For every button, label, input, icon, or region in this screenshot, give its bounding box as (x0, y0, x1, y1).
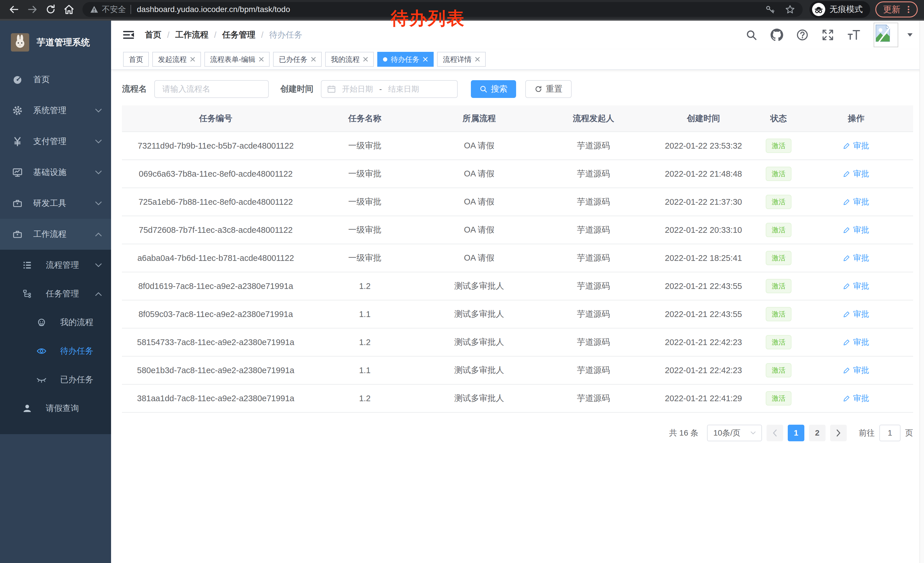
approve-link[interactable]: 审批 (843, 309, 869, 320)
person-icon (22, 404, 33, 413)
breadcrumb: 首页 / 工作流程 / 任务管理 / 待办任务 (145, 29, 302, 41)
approve-link[interactable]: 审批 (843, 365, 869, 376)
active-tab-dot (383, 57, 387, 62)
process-name-label: 流程名 (122, 83, 147, 95)
status-badge: 激活 (766, 251, 792, 265)
approve-link[interactable]: 审批 (843, 197, 869, 207)
breadcrumb-separator: / (261, 30, 263, 40)
hamburger-fold-icon (123, 30, 135, 41)
browser-update-button[interactable]: 更新 (875, 2, 918, 18)
browser-back-button[interactable] (6, 2, 22, 17)
close-icon[interactable] (475, 57, 480, 62)
end-date-placeholder[interactable]: 结束日期 (388, 84, 419, 94)
page-size-select[interactable]: 10条/页 (707, 425, 762, 441)
tab-done-tasks[interactable]: 已办任务 (273, 52, 322, 67)
approve-link[interactable]: 审批 (843, 281, 869, 291)
close-icon[interactable] (311, 57, 316, 62)
app-title: 芋道管理系统 (37, 36, 90, 48)
date-range-input[interactable]: 开始日期 - 结束日期 (321, 80, 458, 98)
approve-link[interactable]: 审批 (843, 393, 869, 404)
home-icon (63, 4, 74, 15)
tags-view: 首页 发起流程 流程表单-编辑 已办任务 我的流程 (111, 49, 924, 70)
help-button[interactable] (796, 29, 808, 41)
goto-label: 前往 (859, 428, 875, 438)
sidebar-collapse-button[interactable] (123, 30, 135, 41)
sidebar-item-my-process[interactable]: 我的流程 (0, 308, 111, 337)
sidebar-submenu-workflow: 流程管理 任务管理 我的流程 (0, 250, 111, 434)
password-key-button[interactable] (765, 5, 775, 14)
reset-button[interactable]: 重置 (525, 80, 572, 98)
approve-link[interactable]: 审批 (843, 252, 869, 263)
tab-start-process[interactable]: 发起流程 (152, 52, 201, 67)
chevron-up-icon (95, 292, 102, 296)
breadcrumb-workflow[interactable]: 工作流程 (175, 29, 208, 41)
header-search-button[interactable] (746, 29, 758, 41)
font-size-icon (847, 29, 861, 41)
incognito-icon (812, 3, 825, 17)
start-date-placeholder[interactable]: 开始日期 (342, 84, 373, 94)
status-badge: 激活 (766, 223, 792, 237)
annotation-overlay-text: 待办列表 (391, 6, 465, 30)
browser-reload-button[interactable] (43, 2, 58, 17)
tab-todo-tasks[interactable]: 待办任务 (377, 52, 434, 67)
goto-page-input[interactable] (879, 425, 900, 441)
github-link[interactable] (771, 29, 783, 41)
sidebar-item-process-management[interactable]: 流程管理 (0, 251, 111, 279)
table-row: 725a1eb6-7b88-11ec-8ef0-acde48001122 一级审… (122, 188, 913, 216)
close-icon[interactable] (423, 57, 428, 62)
breadcrumb-task-management[interactable]: 任务管理 (222, 29, 255, 41)
security-label[interactable]: 不安全 (102, 4, 126, 15)
process-name-input[interactable] (154, 80, 269, 98)
prev-page-button[interactable] (766, 425, 783, 441)
avatar-menu-button[interactable] (908, 33, 912, 37)
tab-home[interactable]: 首页 (123, 52, 149, 67)
url-text[interactable]: dashboard.yudao.iocoder.cn/bpm/task/todo (137, 5, 290, 14)
approve-link[interactable]: 审批 (843, 225, 869, 236)
user-avatar[interactable] (874, 23, 898, 47)
edit-icon (843, 198, 850, 206)
sidebar-item-done-tasks[interactable]: 已办任务 (0, 365, 111, 394)
approve-link[interactable]: 审批 (843, 168, 869, 179)
bookmark-star-button[interactable] (785, 4, 795, 15)
sidebar-item-leave-query[interactable]: 请假查询 (0, 394, 111, 423)
sidebar-item-workflow[interactable]: 工作流程 (0, 219, 111, 250)
sidebar-item-infrastructure[interactable]: 基础设施 (0, 157, 111, 188)
edit-icon (843, 311, 850, 318)
close-icon[interactable] (259, 57, 264, 62)
col-process: 所属流程 (420, 105, 538, 132)
approve-link[interactable]: 审批 (843, 337, 869, 348)
menu-dots-icon[interactable] (904, 5, 914, 14)
edit-icon (843, 254, 850, 262)
sidebar-item-todo-tasks[interactable]: 待办任务 (0, 337, 111, 365)
breadcrumb-home[interactable]: 首页 (145, 29, 162, 41)
sidebar-item-home[interactable]: 首页 (0, 64, 111, 95)
col-actions: 操作 (799, 105, 913, 132)
tab-process-detail[interactable]: 流程详情 (437, 52, 486, 67)
page-scrollbar[interactable] (920, 21, 924, 563)
close-icon[interactable] (363, 57, 368, 62)
browser-forward-button[interactable] (25, 2, 40, 17)
chevron-down-icon (95, 108, 102, 113)
status-badge: 激活 (766, 335, 792, 349)
fullscreen-button[interactable] (822, 29, 834, 41)
search-button[interactable]: 搜索 (471, 80, 516, 98)
status-badge: 激活 (766, 307, 792, 321)
sidebar-item-task-management[interactable]: 任务管理 (0, 279, 111, 308)
status-badge: 激活 (766, 391, 792, 405)
close-icon[interactable] (190, 57, 195, 62)
status-badge: 激活 (766, 167, 792, 181)
sidebar-logo[interactable]: 芋道管理系统 (0, 21, 111, 64)
sidebar-item-payment[interactable]: 支付管理 (0, 126, 111, 157)
font-size-button[interactable] (847, 29, 861, 41)
sidebar-item-system[interactable]: 系统管理 (0, 95, 111, 126)
page-button-1[interactable]: 1 (788, 425, 804, 441)
next-page-button[interactable] (830, 425, 847, 441)
main-panel: 首页 / 工作流程 / 任务管理 / 待办任务 (111, 21, 924, 563)
approve-link[interactable]: 审批 (843, 140, 869, 151)
sidebar-item-devtools[interactable]: 研发工具 (0, 188, 111, 219)
browser-home-button[interactable] (61, 2, 77, 17)
tab-form-edit[interactable]: 流程表单-编辑 (204, 52, 270, 67)
page-button-2[interactable]: 2 (809, 425, 825, 441)
edit-icon (843, 282, 850, 290)
tab-my-process[interactable]: 我的流程 (325, 52, 374, 67)
